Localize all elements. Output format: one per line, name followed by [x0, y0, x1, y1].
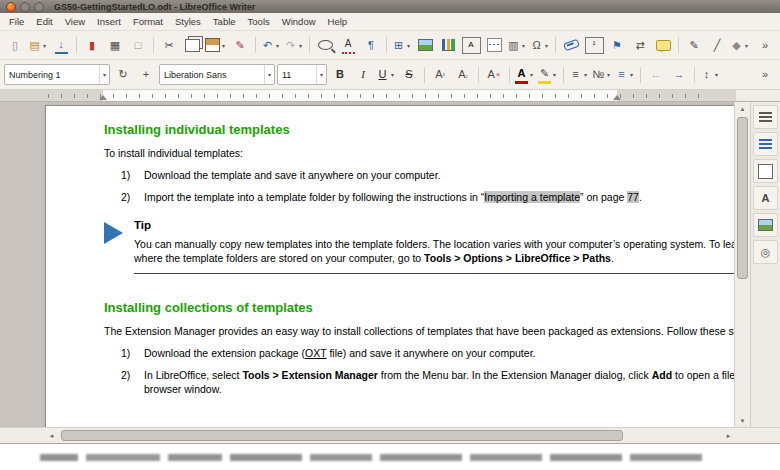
menu-item-insert[interactable]: Insert: [91, 14, 127, 29]
outline-list-dropdown-arrow[interactable]: ▾: [628, 71, 635, 78]
open-dropdown-arrow[interactable]: ▾: [41, 42, 48, 49]
vertical-scrollbar[interactable]: ▴ ▾: [734, 102, 750, 427]
bullet-list-button[interactable]: ≡▾: [568, 65, 590, 85]
menu-item-table[interactable]: Table: [207, 14, 242, 29]
horizontal-scrollbar-thumb[interactable]: [61, 430, 623, 441]
font-name-dropdown-arrow[interactable]: [264, 65, 274, 84]
new-document-button[interactable]: ▯: [4, 35, 26, 55]
menu-item-file[interactable]: File: [3, 14, 30, 29]
line-spacing-button[interactable]: ↕▾: [699, 65, 721, 85]
insert-special-character-button[interactable]: Ω▾: [529, 35, 551, 55]
indent-marker-left[interactable]: [99, 95, 107, 100]
bold-button[interactable]: B: [329, 65, 351, 85]
document-page[interactable]: Installing individual templates To insta…: [45, 105, 734, 427]
gallery-button[interactable]: [753, 213, 778, 237]
insert-cross-reference-button[interactable]: ⇄: [629, 35, 651, 55]
paragraph-style-combo[interactable]: Numbering 1: [4, 64, 110, 85]
numbered-list-dropdown-arrow[interactable]: ▾: [605, 71, 612, 78]
highlight-color-dropdown-arrow[interactable]: ▾: [551, 71, 558, 78]
page-deck-button[interactable]: [753, 159, 778, 183]
font-size-combo[interactable]: 11: [277, 64, 327, 85]
menu-item-tools[interactable]: Tools: [242, 14, 276, 29]
print-preview-button[interactable]: □: [127, 35, 149, 55]
basic-shapes-dropdown-arrow[interactable]: ▾: [743, 42, 750, 49]
menu-item-view[interactable]: View: [59, 14, 91, 29]
clear-formatting-button[interactable]: A: [483, 65, 505, 85]
print-button[interactable]: ▦: [104, 35, 126, 55]
line-spacing-dropdown-arrow[interactable]: ▾: [713, 71, 720, 78]
formatting-marks-button[interactable]: ¶: [360, 35, 382, 55]
minimize-button[interactable]: [20, 2, 30, 12]
navigator-button[interactable]: ◎: [753, 240, 778, 264]
italic-button[interactable]: I: [352, 65, 374, 85]
basic-shapes-button[interactable]: ◆▾: [729, 35, 751, 55]
underline-dropdown-arrow[interactable]: ▾: [389, 71, 396, 78]
insert-page-break-button[interactable]: [483, 35, 505, 55]
toolbar-overflow-button[interactable]: »: [754, 35, 776, 55]
insert-line-button[interactable]: ╱: [706, 35, 728, 55]
strikethrough-button[interactable]: S: [398, 65, 420, 85]
track-changes-button[interactable]: ✎: [683, 35, 705, 55]
highlight-color-button[interactable]: ✎▾: [537, 65, 559, 85]
insert-text-box-button[interactable]: A: [460, 35, 482, 55]
find-replace-button[interactable]: [314, 35, 336, 55]
horizontal-scrollbar[interactable]: ◂ ▸: [45, 428, 735, 443]
insert-field-dropdown-arrow[interactable]: ▾: [520, 42, 527, 49]
save-button[interactable]: ↓: [50, 35, 72, 55]
properties-button[interactable]: [753, 132, 778, 156]
paste-dropdown-arrow[interactable]: ▾: [220, 42, 227, 49]
vertical-scrollbar-thumb[interactable]: [737, 117, 748, 279]
menu-item-styles[interactable]: Styles: [169, 14, 207, 29]
insert-field-button[interactable]: ▥▾: [506, 35, 528, 55]
menu-item-window[interactable]: Window: [276, 14, 322, 29]
outline-list-button[interactable]: ≡▾: [614, 65, 636, 85]
scroll-right-arrow[interactable]: ▸: [722, 428, 735, 443]
insert-bookmark-button[interactable]: ⚑: [606, 35, 628, 55]
undo-dropdown-arrow[interactable]: ▾: [274, 42, 281, 49]
menu-item-help[interactable]: Help: [322, 14, 354, 29]
redo-dropdown-arrow[interactable]: ▾: [297, 42, 304, 49]
clone-formatting-button[interactable]: ✎: [229, 35, 251, 55]
subscript-button[interactable]: A: [452, 65, 474, 85]
font-name-combo[interactable]: Liberation Sans: [159, 64, 275, 85]
font-color-button[interactable]: A▾: [514, 65, 536, 85]
insert-table-button[interactable]: ⊞▾: [391, 35, 413, 55]
insert-table-dropdown-arrow[interactable]: ▾: [405, 42, 412, 49]
scroll-up-arrow[interactable]: ▴: [735, 102, 750, 115]
indent-marker-right[interactable]: [613, 95, 621, 100]
menu-item-edit[interactable]: Edit: [30, 14, 58, 29]
redo-button[interactable]: ↷▾: [283, 35, 305, 55]
insert-footnote-button[interactable]: ¹: [583, 35, 605, 55]
insert-comment-button[interactable]: [652, 35, 674, 55]
cut-button[interactable]: ✂: [158, 35, 180, 55]
spelling-button[interactable]: A: [337, 35, 359, 55]
close-button[interactable]: [6, 2, 16, 12]
underline-button[interactable]: U▾: [375, 65, 397, 85]
bullet-list-dropdown-arrow[interactable]: ▾: [582, 71, 589, 78]
sidebar-settings-button[interactable]: [753, 105, 778, 129]
formatting-overflow-button[interactable]: »: [754, 65, 776, 85]
maximize-button[interactable]: [34, 2, 44, 12]
insert-image-button[interactable]: [414, 35, 436, 55]
titlebar[interactable]: GS50-GettingStartedLO.odt - LibreOffice …: [0, 0, 780, 13]
paste-button[interactable]: ▾: [204, 35, 228, 55]
font-color-dropdown-arrow[interactable]: ▾: [528, 71, 535, 78]
export-pdf-button[interactable]: ▮: [81, 35, 103, 55]
horizontal-ruler[interactable]: [0, 90, 736, 102]
font-size-dropdown-arrow[interactable]: [316, 65, 326, 84]
paragraph-style-dropdown-arrow[interactable]: [99, 65, 109, 84]
numbered-list-button[interactable]: №▾: [591, 65, 613, 85]
undo-button[interactable]: ↶▾: [260, 35, 282, 55]
copy-button[interactable]: [181, 35, 203, 55]
scroll-down-arrow[interactable]: ▾: [735, 414, 750, 427]
insert-hyperlink-button[interactable]: [560, 35, 582, 55]
insert-chart-button[interactable]: [437, 35, 459, 55]
update-style-button[interactable]: ↻: [112, 65, 134, 85]
document-area[interactable]: Installing individual templates To insta…: [0, 102, 734, 427]
increase-indent-button[interactable]: →: [668, 65, 690, 85]
open-button[interactable]: ▤▾: [27, 35, 49, 55]
decrease-indent-button[interactable]: ←: [645, 65, 667, 85]
styles-button[interactable]: A: [753, 186, 778, 210]
insert-special-character-dropdown-arrow[interactable]: ▾: [543, 42, 550, 49]
superscript-button[interactable]: A: [429, 65, 451, 85]
